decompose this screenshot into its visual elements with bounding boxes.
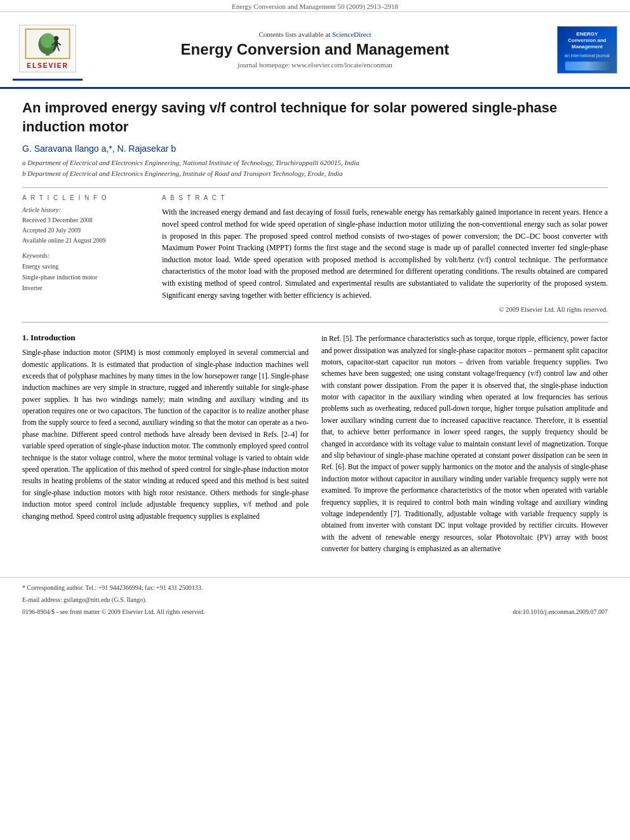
page-footer: * Corresponding author. Tel.: +91 944236… (0, 577, 630, 620)
abstract-heading: A B S T R A C T (162, 194, 608, 201)
body-two-col: 1. Introduction Single-phase induction m… (22, 333, 608, 554)
journal-center-section: Contents lists available at ScienceDirec… (83, 30, 547, 69)
article-title: An improved energy saving v/f control te… (22, 98, 608, 136)
keywords-label: Keywords: (22, 252, 149, 259)
abstract-column: A B S T R A C T With the increased energ… (162, 194, 608, 313)
body-divider (22, 322, 608, 323)
main-content: An improved energy saving v/f control te… (0, 89, 630, 564)
corresponding-author-note: * Corresponding author. Tel.: +91 944236… (22, 583, 608, 592)
elsevier-logo-section: ELSEVIER (13, 18, 83, 81)
sciencedirect-link[interactable]: ScienceDirect (332, 30, 372, 38)
journal-header: ELSEVIER Contents lists available at Sci… (0, 12, 630, 89)
top-bar: Energy Conversion and Management 50 (200… (0, 0, 630, 12)
journal-cover-image: ENERGYConversion andManagement an intern… (557, 26, 617, 74)
cover-decoration (565, 62, 610, 70)
article-info-heading: A R T I C L E I N F O (22, 194, 149, 201)
received-date: Received 3 December 2008 Accepted 20 Jul… (22, 215, 149, 246)
footer-bottom: 0196-8904/$ - see front matter © 2009 El… (22, 608, 608, 615)
svg-point-4 (54, 36, 58, 41)
keywords-group: Keywords: Energy saving Single-phase ind… (22, 252, 149, 293)
info-abstract-section: A R T I C L E I N F O Article history: R… (22, 194, 608, 313)
affiliation-a: a Department of Electrical and Electroni… (22, 157, 608, 168)
contents-link: Contents lists available at ScienceDirec… (89, 30, 541, 38)
elsevier-text: ELSEVIER (22, 62, 73, 69)
svg-rect-5 (55, 41, 58, 46)
body-right-text: in Ref. [5]. The performance characteris… (321, 333, 608, 554)
journal-title: Energy Conversion and Management (89, 41, 541, 58)
journal-homepage: journal homepage: www.elsevier.com/locat… (89, 61, 541, 69)
copyright-line: © 2009 Elsevier Ltd. All rights reserved… (162, 306, 608, 313)
header-divider (22, 187, 608, 188)
section1-title: 1. Introduction (22, 333, 309, 343)
journal-reference: Energy Conversion and Management 50 (200… (232, 3, 398, 10)
affiliations: a Department of Electrical and Electroni… (22, 157, 608, 178)
authors-line: G. Saravana Ilango a,*, N. Rajasekar b (22, 143, 608, 154)
body-right-col: in Ref. [5]. The performance characteris… (321, 333, 608, 554)
journal-cover-section: ENERGYConversion andManagement an intern… (547, 26, 617, 74)
body-left-text: Single-phase induction motor (SPIM) is m… (22, 347, 309, 522)
body-left-col: 1. Introduction Single-phase induction m… (22, 333, 309, 554)
doi-text: doi:10.1016/j.enconman.2009.07.007 (513, 608, 608, 615)
abstract-text: With the increased energy demand and fas… (162, 206, 608, 301)
elsevier-tree-icon (22, 28, 73, 60)
keywords-list: Energy saving Single-phase induction mot… (22, 261, 149, 293)
author-names: G. Saravana Ilango a,*, N. Rajasekar b (22, 143, 176, 154)
email-note: E-mail address: gsilango@nitt.edu (G.S. … (22, 595, 608, 604)
history-label: Article history: (22, 206, 149, 213)
issn-text: 0196-8904/$ - see front matter © 2009 El… (22, 608, 205, 615)
affiliation-b: b Department of Electrical and Electroni… (22, 168, 608, 179)
cover-title: ENERGYConversion andManagement (568, 31, 606, 51)
article-info-column: A R T I C L E I N F O Article history: R… (22, 194, 149, 313)
svg-point-3 (41, 33, 55, 48)
cover-subtitle: an international journal (565, 53, 610, 58)
elsevier-logo-box: ELSEVIER (19, 25, 76, 72)
article-history-group: Article history: Received 3 December 200… (22, 206, 149, 246)
